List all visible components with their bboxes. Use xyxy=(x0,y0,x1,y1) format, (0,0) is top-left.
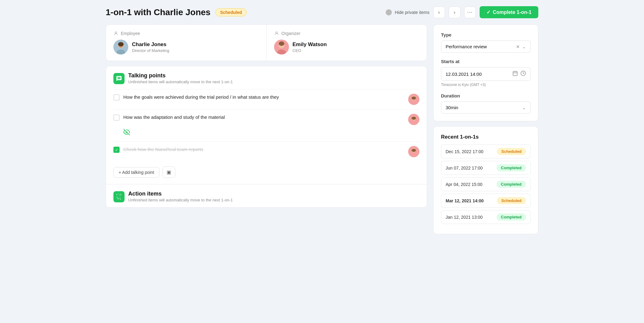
recent-status-2: Completed xyxy=(497,164,526,171)
talking-items-list: How the goals were achieved during the t… xyxy=(106,89,427,162)
recent-item[interactable]: Jan 12, 2021 13:00 Completed xyxy=(441,210,531,224)
recent-item[interactable]: Jun 07, 2022 17:00 Completed xyxy=(441,161,531,175)
complete-button[interactable]: ✓ Complete 1-on-1 xyxy=(480,6,538,18)
type-card: Type Performance review ✕ ⌄ Starts at 12… xyxy=(433,24,538,121)
action-items-icon xyxy=(113,191,125,202)
calendar-icon[interactable] xyxy=(512,71,518,77)
participants-card: Employee C xyxy=(106,24,427,61)
employee-section: Employee C xyxy=(106,25,267,61)
starts-at-value: 12.03.2021 14:00 xyxy=(446,71,482,77)
employee-title: Director of Marketing xyxy=(132,48,169,53)
talking-item-checkbox-1[interactable] xyxy=(113,94,120,101)
page-title: 1-on-1 with Charlie Jones xyxy=(106,7,210,17)
svg-point-14 xyxy=(412,97,416,100)
avatar-charlie xyxy=(113,40,128,54)
talking-points-header: Talking points Unfinished items will aut… xyxy=(106,66,427,89)
check-icon: ✓ xyxy=(486,9,490,15)
svg-point-21 xyxy=(412,149,416,152)
svg-rect-22 xyxy=(513,71,517,76)
recent-status-3: Completed xyxy=(497,181,526,188)
talking-item-avatar-3 xyxy=(408,146,419,157)
svg-point-11 xyxy=(279,41,284,46)
more-button[interactable]: ··· xyxy=(464,6,476,18)
action-items-title: Action items xyxy=(128,191,233,197)
organizer-person-icon xyxy=(274,31,279,36)
duration-value: 30min xyxy=(446,105,458,110)
talking-item-checkbox-3[interactable]: ✓ xyxy=(113,147,120,153)
talking-points-title: Talking points xyxy=(128,72,233,79)
recent-date-2: Jun 07, 2022 17:00 xyxy=(446,166,483,170)
recent-item[interactable]: Mar 12, 2021 14:00 Scheduled xyxy=(441,194,531,208)
hide-private-label: Hide private items xyxy=(395,10,430,15)
private-eye-icon[interactable] xyxy=(123,131,130,137)
talking-points-icon xyxy=(113,73,125,84)
timezone-note: Timezone is Kyiv (GMT +3) xyxy=(441,83,531,87)
talking-points-subtitle: Unfinished items will automatically move… xyxy=(128,80,233,84)
talking-item-text-1: How the goals were achieved during the t… xyxy=(123,94,405,101)
person-icon xyxy=(113,31,118,36)
svg-point-6 xyxy=(276,32,277,33)
talking-item-avatar-2 xyxy=(408,114,419,125)
organizer-section: Organizer xyxy=(267,25,427,61)
clock-icon[interactable] xyxy=(520,71,526,77)
add-talking-point-button[interactable]: + Add talking point xyxy=(113,167,159,178)
employee-info: Charlie Jones Director of Marketing xyxy=(113,40,259,54)
starts-at-label: Starts at xyxy=(441,59,531,64)
organizer-role-label: Organizer xyxy=(274,31,420,36)
action-items-subtitle: Unfinished items will automatically move… xyxy=(128,198,233,202)
recent-item[interactable]: Apr 04, 2022 15:00 Completed xyxy=(441,177,531,191)
add-talking-point-row: + Add talking point ▣ xyxy=(106,162,427,184)
type-select[interactable]: Performance review ✕ ⌄ xyxy=(441,41,531,53)
status-badge: Scheduled xyxy=(215,8,247,16)
svg-point-0 xyxy=(115,32,117,33)
employee-name: Charlie Jones xyxy=(132,41,169,48)
recent-status-1: Scheduled xyxy=(497,148,526,155)
action-items-header: Action items Unfinished items will autom… xyxy=(106,184,427,207)
duration-label: Duration xyxy=(441,93,531,98)
talking-item-checkbox-2[interactable] xyxy=(113,114,120,121)
copy-button[interactable]: ▣ xyxy=(163,166,175,178)
talking-item: ✓ Check how the NanoReal team reports xyxy=(113,141,419,162)
duration-select[interactable]: 30min ⌄ xyxy=(441,101,531,114)
right-panel: Type Performance review ✕ ⌄ Starts at 12… xyxy=(433,24,538,234)
type-select-value: Performance review xyxy=(446,44,487,49)
next-button[interactable]: › xyxy=(449,6,460,18)
svg-point-5 xyxy=(118,42,124,46)
recent-date-5: Jan 12, 2021 13:00 xyxy=(446,215,483,220)
recent-status-5: Completed xyxy=(497,213,526,221)
recent-item[interactable]: Dec 15, 2022 17:00 Scheduled xyxy=(441,144,531,158)
talking-item: How was the adaptation and study of the … xyxy=(113,109,419,141)
recent-date-1: Dec 15, 2022 17:00 xyxy=(446,149,483,154)
starts-at-field[interactable]: 12.03.2021 14:00 xyxy=(441,67,531,81)
recent-title: Recent 1-on-1s xyxy=(441,134,531,140)
recent-status-4: Scheduled xyxy=(497,197,526,204)
employee-role-label: Employee xyxy=(113,31,259,36)
svg-point-17 xyxy=(412,117,416,120)
organizer-title: CEO xyxy=(293,48,327,53)
avatar-emily xyxy=(274,40,289,54)
talking-item: How the goals were achieved during the t… xyxy=(113,89,419,109)
type-chevron-icon[interactable]: ⌄ xyxy=(522,44,526,49)
talking-item-text-3: Check how the NanoReal team reports xyxy=(123,146,405,153)
talking-item-avatar-1 xyxy=(408,94,419,105)
recent-card: Recent 1-on-1s Dec 15, 2022 17:00 Schedu… xyxy=(433,126,538,234)
private-toggle[interactable] xyxy=(386,9,392,15)
recent-date-4: Mar 12, 2021 14:00 xyxy=(446,198,484,203)
emily-avatar-svg xyxy=(274,40,289,54)
complete-button-label: Complete 1-on-1 xyxy=(493,10,532,15)
charlie-avatar-svg xyxy=(113,40,128,54)
recent-date-3: Apr 04, 2022 15:00 xyxy=(446,182,482,187)
talking-item-text-2: How was the adaptation and study of the … xyxy=(123,114,405,121)
prev-button[interactable]: ‹ xyxy=(433,6,445,18)
organizer-info: Emily Watson CEO xyxy=(274,40,420,54)
duration-chevron-icon[interactable]: ⌄ xyxy=(522,105,526,110)
talking-points-card: Talking points Unfinished items will aut… xyxy=(106,66,427,208)
type-clear-icon[interactable]: ✕ xyxy=(516,44,520,49)
type-label: Type xyxy=(441,32,531,37)
action-items-section: Action items Unfinished items will autom… xyxy=(106,184,427,207)
organizer-name: Emily Watson xyxy=(293,41,327,48)
